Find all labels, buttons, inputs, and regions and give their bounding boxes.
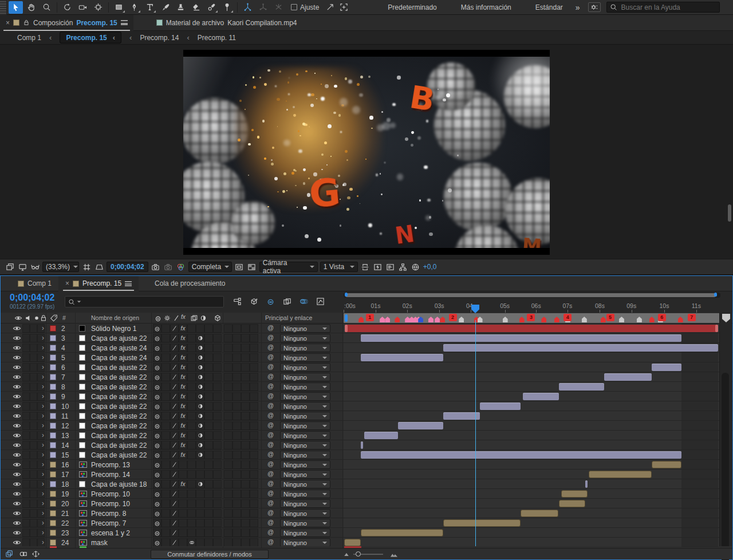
layer-switch-cell[interactable] <box>153 412 161 420</box>
layer-switch-cell[interactable] <box>153 470 161 479</box>
layer-switch-cell[interactable] <box>232 344 241 352</box>
resolution-select[interactable]: Completa <box>188 262 232 272</box>
timeline-marker-red[interactable] <box>395 317 400 322</box>
draft-3d-icon[interactable] <box>249 296 259 306</box>
label-color-chip[interactable] <box>50 530 56 536</box>
layer-switch-cell[interactable] <box>196 324 204 333</box>
layer-switch-cell[interactable] <box>187 324 196 333</box>
eye-icon[interactable] <box>13 451 21 459</box>
breadcrumb-item[interactable]: Comp 1 <box>17 34 41 42</box>
timeline-button-icon[interactable] <box>385 262 396 272</box>
layer-switch-cell[interactable] <box>196 451 204 459</box>
mask-visibility-icon[interactable] <box>30 262 40 272</box>
av-switch-cell[interactable] <box>30 529 37 537</box>
parent-pickwhip-icon[interactable]: @ <box>267 519 274 526</box>
tool-eraser[interactable] <box>189 1 203 14</box>
layer-switch-cell[interactable] <box>170 490 179 498</box>
layer-switch-cell[interactable] <box>153 353 161 362</box>
parent-pickwhip-icon[interactable]: @ <box>267 334 274 341</box>
layer-name[interactable]: Precomp. 7 <box>91 519 151 527</box>
av-switch-cell[interactable] <box>30 470 37 479</box>
expand-chevron-icon[interactable]: › <box>42 470 44 478</box>
layer-duration-bar[interactable] <box>361 451 681 459</box>
layer-switch-cell[interactable] <box>250 353 258 362</box>
eye-icon[interactable] <box>13 373 21 381</box>
layer-switch-cell[interactable] <box>170 451 179 459</box>
parent-pickwhip-icon[interactable]: @ <box>267 490 274 496</box>
layer-switch-cell[interactable] <box>224 470 232 479</box>
expand-chevron-icon[interactable]: › <box>42 451 44 459</box>
layer-switch-cell[interactable] <box>196 529 204 537</box>
layer-switch-cell[interactable] <box>153 392 161 401</box>
tool-pan-behind[interactable] <box>91 1 105 14</box>
shy-icon[interactable] <box>154 314 162 322</box>
layer-switch-cell[interactable] <box>204 529 213 537</box>
parent-select[interactable]: Ninguno <box>280 402 330 411</box>
parent-pickwhip-icon[interactable]: @ <box>267 441 274 448</box>
layer-row[interactable]: ›16Precomp. 13@Ninguno <box>1 460 732 470</box>
layer-switch-cell[interactable] <box>153 324 161 333</box>
layer-switch-cell[interactable]: fx <box>179 382 187 391</box>
layer-switch-cell[interactable] <box>241 480 250 488</box>
layer-switch-cell[interactable] <box>196 412 204 420</box>
layer-switch-cell[interactable] <box>153 363 161 372</box>
av-switch-cell[interactable] <box>30 353 37 362</box>
layer-switch-cell[interactable]: fx <box>179 392 187 401</box>
layer-duration-bar[interactable] <box>345 325 718 332</box>
layer-switch-cell[interactable] <box>213 538 222 547</box>
layer-switch-cell[interactable] <box>232 519 241 527</box>
layer-duration-bar[interactable] <box>443 519 521 527</box>
expand-chevron-icon[interactable]: › <box>42 460 44 468</box>
label-color-chip[interactable] <box>50 354 56 361</box>
parent-pickwhip-icon[interactable]: @ <box>267 353 274 360</box>
layer-switch-cell[interactable] <box>232 480 241 488</box>
graph-editor-icon[interactable] <box>315 296 325 306</box>
layer-switch-cell[interactable] <box>187 460 196 469</box>
expand-chevron-icon[interactable]: › <box>42 392 44 400</box>
layer-switch-cell[interactable] <box>170 480 179 488</box>
parent-select[interactable]: Ninguno <box>280 460 330 469</box>
layer-switch-cell[interactable] <box>196 334 204 342</box>
layer-duration-bar[interactable] <box>559 383 604 391</box>
layer-switch-cell[interactable] <box>250 499 258 508</box>
eye-icon[interactable] <box>14 314 22 322</box>
layer-switch-cell[interactable] <box>241 412 250 420</box>
layer-switch-cell[interactable] <box>241 431 250 440</box>
av-switch-cell[interactable] <box>22 334 30 342</box>
slash-icon[interactable] <box>172 314 180 322</box>
parent-select[interactable]: Ninguno <box>280 353 330 362</box>
av-switch-cell[interactable] <box>22 382 30 391</box>
timeline-marker-gray[interactable] <box>637 317 642 322</box>
layer-switch-cell[interactable] <box>187 421 196 430</box>
layer-switch-cell[interactable] <box>187 529 196 537</box>
layer-switch-cell[interactable] <box>170 324 179 333</box>
panel-menu-icon[interactable] <box>125 281 132 286</box>
tool-camera[interactable] <box>76 1 90 14</box>
parent-select[interactable]: Ninguno <box>280 421 330 430</box>
layer-switch-cell[interactable] <box>161 363 170 372</box>
workspace-m-s-informaci-n[interactable]: Más información <box>459 2 514 13</box>
layer-switch-cell[interactable] <box>187 538 196 547</box>
layer-row[interactable]: ›23escena 1 y 2@Ninguno <box>1 528 732 538</box>
layer-switch-cell[interactable] <box>213 480 222 488</box>
av-switch-cell[interactable] <box>30 509 37 518</box>
layer-switch-cell[interactable] <box>179 509 187 518</box>
av-switch-cell[interactable] <box>30 499 37 508</box>
av-switch-cell[interactable] <box>22 421 30 430</box>
eye-icon[interactable] <box>13 519 21 527</box>
layer-switch-cell[interactable] <box>224 451 232 459</box>
layer-switch-cell[interactable] <box>161 460 170 469</box>
layer-switch-cell[interactable] <box>153 441 161 449</box>
toggle-switches-modes-button[interactable]: Conmutar definidores / modos <box>151 550 269 559</box>
layer-switch-cell[interactable]: fx <box>179 412 187 420</box>
numbered-marker-3[interactable]: 3 <box>527 314 535 321</box>
layer-track[interactable] <box>344 333 720 342</box>
layer-switch-cell[interactable] <box>213 470 222 479</box>
expand-chevron-icon[interactable]: › <box>42 353 44 361</box>
parent-select[interactable]: Ninguno <box>280 344 330 352</box>
layer-switch-cell[interactable] <box>170 538 179 547</box>
eye-icon[interactable] <box>13 509 21 518</box>
parent-pickwhip-icon[interactable]: @ <box>267 431 274 438</box>
toolbar-grip[interactable] <box>0 0 7 15</box>
eye-icon[interactable] <box>13 490 21 498</box>
